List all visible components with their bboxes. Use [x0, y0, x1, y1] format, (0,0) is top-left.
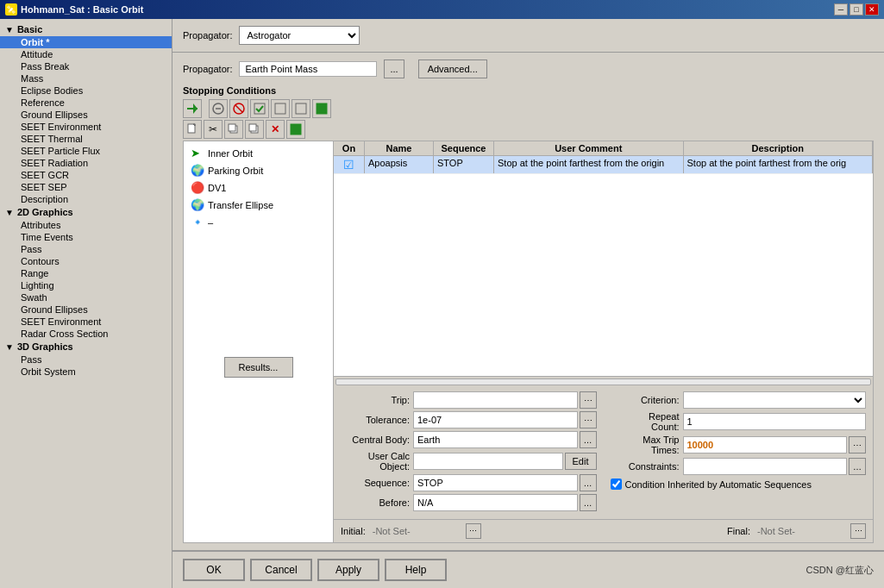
cancel-button[interactable]: Cancel [250, 559, 312, 581]
minimize-button[interactable]: ─ [834, 3, 848, 16]
sidebar-group-basic[interactable]: ▼ Basic [0, 22, 172, 36]
edit-button[interactable]: Edit [565, 453, 597, 470]
tolerance-browse-button[interactable]: ⋯ [580, 411, 597, 428]
inner-propagator-ellipsis-button[interactable]: ... [384, 59, 404, 78]
sidebar-item-pass-break[interactable]: Pass Break [0, 60, 172, 72]
basic-arrow-icon: ▼ [5, 25, 14, 34]
sidebar-item-attitude[interactable]: Attitude [0, 48, 172, 60]
sidebar-item-ground-ellipses-basic[interactable]: Ground Ellipses [0, 109, 172, 121]
before-row: Before: … [341, 494, 597, 511]
table-row[interactable]: ☑ Apoapsis STOP Stop at the point farthe… [334, 156, 873, 174]
sidebar-item-seet-radiation[interactable]: SEET Radiation [0, 157, 172, 169]
toolbar-check-button[interactable] [250, 99, 269, 118]
trip-browse-button[interactable]: ⋯ [580, 391, 597, 409]
sidebar-item-swath[interactable]: Swath [0, 291, 172, 303]
tree-item-dv1-label: DV1 [208, 183, 226, 193]
tree-item-inner-orbit[interactable]: ➤ Inner Orbit [184, 145, 333, 162]
toolbar-delete-button[interactable]: ✕ [266, 120, 285, 139]
toolbar-new-button[interactable] [183, 120, 202, 139]
tree-item-transfer-ellipse[interactable]: 🌍 Transfer Ellipse [184, 197, 333, 214]
sidebar-item-eclipse-bodies[interactable]: Eclipse Bodies [0, 84, 172, 97]
toolbar-more-button[interactable] [286, 120, 305, 139]
tree-item-dv1[interactable]: 🔴 DV1 [184, 179, 333, 197]
horizontal-scrollbar[interactable] [335, 378, 871, 385]
sidebar: ▼ Basic Orbit * Attitude Pass Break Mass… [0, 19, 172, 588]
condition-inherited-label[interactable]: Condition Inherited by Automatic Sequenc… [611, 479, 812, 490]
sidebar-item-seet-particle-flux[interactable]: SEET Particle Flux [0, 145, 172, 157]
sidebar-2d-graphics-section: ▼ 2D Graphics Attributes Time Events Pas… [0, 205, 172, 340]
sidebar-item-range[interactable]: Range [0, 267, 172, 279]
constraints-browse-button[interactable]: … [849, 458, 866, 475]
toolbar-paste-button[interactable] [245, 120, 264, 139]
max-trip-input[interactable] [683, 436, 848, 454]
sidebar-item-mass[interactable]: Mass [0, 72, 172, 84]
content-area: Propagator: Earth Point Mass ... Advance… [172, 53, 884, 550]
sidebar-item-orbit[interactable]: Orbit * [0, 36, 172, 48]
sidebar-item-pass[interactable]: Pass [0, 243, 172, 255]
before-input[interactable] [413, 494, 578, 511]
tree-item-parking-orbit[interactable]: 🌍 Parking Orbit [184, 162, 333, 179]
sidebar-item-attributes[interactable]: Attributes [0, 219, 172, 231]
tolerance-input[interactable] [413, 411, 578, 428]
cell-on[interactable]: ☑ [334, 156, 365, 173]
sidebar-item-orbit-system[interactable]: Orbit System [0, 366, 172, 378]
svg-rect-13 [229, 124, 235, 131]
toolbar-prohibit-button[interactable] [229, 99, 248, 118]
sidebar-item-time-events[interactable]: Time Events [0, 231, 172, 243]
sidebar-item-seet-gcr[interactable]: SEET GCR [0, 169, 172, 181]
trip-input[interactable] [413, 391, 578, 409]
window-controls: ─ □ ✕ [834, 3, 879, 16]
sidebar-group-2d-graphics[interactable]: ▼ 2D Graphics [0, 205, 172, 219]
condition-inherited-checkbox[interactable] [611, 479, 622, 490]
sidebar-item-seet-sep[interactable]: SEET SEP [0, 181, 172, 193]
central-body-browse-button[interactable]: … [580, 431, 597, 448]
sidebar-item-seet-environment-2d[interactable]: SEET Environment [0, 316, 172, 328]
close-button[interactable]: ✕ [865, 3, 879, 16]
criterion-select[interactable] [683, 391, 867, 409]
toolbar-add-button[interactable] [183, 99, 202, 118]
help-button[interactable]: Help [385, 559, 447, 581]
sidebar-item-contours[interactable]: Contours [0, 255, 172, 267]
repeat-count-input[interactable] [683, 413, 867, 430]
tree-item-dash[interactable]: 🔹 – [184, 214, 333, 231]
trip-label: Trip: [341, 395, 410, 405]
toolbar-clear-button[interactable] [209, 99, 228, 118]
inner-propagator-label: Propagator: [183, 64, 232, 74]
apply-button[interactable]: Apply [317, 559, 379, 581]
toolbar-box-button[interactable] [271, 99, 290, 118]
svg-rect-6 [254, 103, 265, 114]
advanced-button[interactable]: Advanced... [418, 59, 487, 78]
central-body-input[interactable] [413, 431, 578, 448]
sequence-input[interactable] [413, 474, 578, 491]
maximize-button[interactable]: □ [850, 3, 863, 16]
sidebar-item-reference[interactable]: Reference [0, 97, 172, 109]
max-trip-browse-button[interactable]: ⋯ [849, 436, 866, 454]
sidebar-item-radar-cross-section[interactable]: Radar Cross Section [0, 328, 172, 340]
sidebar-item-ground-ellipses-2d[interactable]: Ground Ellipses [0, 303, 172, 316]
svg-rect-15 [249, 124, 256, 131]
sidebar-item-lighting[interactable]: Lighting [0, 279, 172, 291]
constraints-input[interactable] [683, 458, 848, 475]
sidebar-item-pass-3d[interactable]: Pass [0, 353, 172, 366]
initial-browse-button[interactable]: ⋯ [466, 523, 481, 539]
toolbar-cut-button[interactable]: ✂ [204, 120, 223, 139]
final-browse-button[interactable]: ⋯ [850, 523, 866, 539]
sidebar-item-seet-thermal[interactable]: SEET Thermal [0, 133, 172, 145]
ok-button[interactable]: OK [183, 559, 245, 581]
tree-panel: ➤ Inner Orbit 🌍 Parking Orbit 🔴 DV1 🌍 Tr… [183, 141, 334, 543]
sequence-browse-button[interactable]: … [580, 474, 597, 491]
toolbar-box3-button[interactable] [312, 99, 331, 118]
criterion-label: Criterion: [611, 395, 680, 405]
dv1-icon: 🔴 [191, 181, 204, 195]
sidebar-group-3d-graphics[interactable]: ▼ 3D Graphics [0, 340, 172, 353]
on-checkbox[interactable]: ☑ [343, 158, 354, 172]
results-button[interactable]: Results... [224, 357, 293, 378]
parking-orbit-icon: 🌍 [191, 164, 204, 178]
sidebar-item-seet-environment[interactable]: SEET Environment [0, 121, 172, 133]
toolbar-box2-button[interactable] [292, 99, 310, 118]
sidebar-item-description-basic[interactable]: Description [0, 193, 172, 205]
toolbar-copy-button[interactable] [224, 120, 243, 139]
before-browse-button[interactable]: … [580, 494, 597, 511]
propagator-select[interactable]: Astrogator [239, 26, 360, 45]
user-calc-input[interactable] [413, 453, 563, 470]
